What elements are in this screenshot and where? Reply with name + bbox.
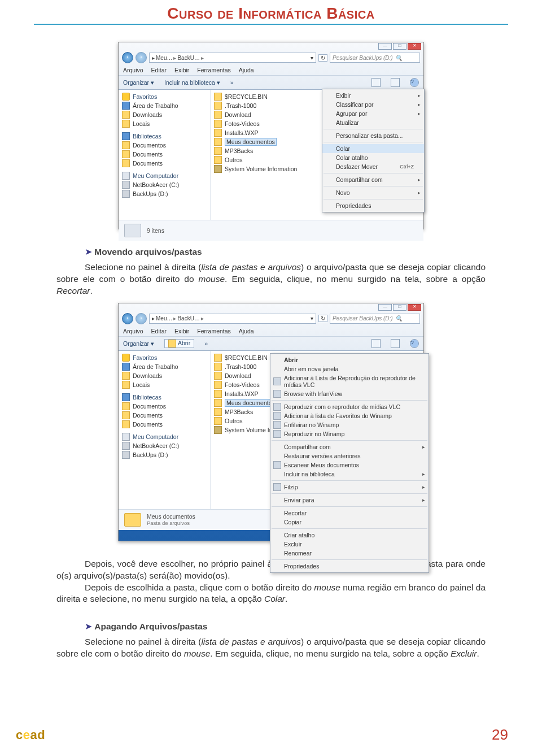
context-menu[interactable]: AbrirAbrir em nova janelaAdicionar à Lis… [270, 353, 429, 573]
context-menu-item[interactable]: Reproduzir no Winamp [270, 429, 429, 438]
context-menu-item[interactable]: Reproduzir com o reprodutor de mídias VL… [270, 402, 429, 411]
sidebar-item[interactable]: Documents [133, 151, 163, 158]
forward-button[interactable]: › [136, 52, 147, 63]
open-button[interactable]: Abrir [164, 339, 194, 348]
context-menu-item[interactable]: Agrupar por [322, 109, 424, 118]
search-input[interactable]: Pesquisar BackUps (D:)🔍 [330, 314, 420, 324]
file-item[interactable]: Installs.WXP [225, 129, 259, 136]
context-menu-item[interactable]: Exibir [322, 91, 424, 100]
menu-editar[interactable]: Editar [151, 328, 167, 334]
file-item[interactable]: System Volume In [225, 427, 273, 433]
file-item-selected[interactable]: Meus documentos [225, 138, 277, 146]
sidebar-item[interactable]: NetBookAcer (C:) [133, 181, 179, 188]
sidebar-libraries-hdr[interactable]: Bibliotecas [133, 133, 161, 140]
sidebar-item[interactable]: Documentos [133, 142, 166, 149]
minimize-button[interactable]: — [378, 304, 392, 311]
menu-ferramentas[interactable]: Ferramentas [197, 67, 231, 73]
file-item-selected[interactable]: Meus documento [225, 399, 274, 407]
sidebar-item[interactable]: Documentos [133, 403, 166, 410]
view-icon[interactable] [371, 78, 381, 87]
breadcrumb[interactable]: ▸ Meu… ▸ BackU… ▸ ▾ [149, 53, 316, 63]
maximize-button[interactable]: □ [393, 304, 406, 311]
context-menu-item[interactable]: Escanear Meus documentos [270, 460, 429, 470]
menu-ferramentas[interactable]: Ferramentas [197, 328, 231, 334]
sidebar-favorites-hdr[interactable]: Favoritos [133, 93, 157, 100]
context-menu-item[interactable]: Propriedades [322, 201, 424, 210]
preview-pane-icon[interactable] [391, 78, 400, 87]
context-menu-item[interactable]: Compartilhar com [270, 442, 429, 451]
dropdown-icon[interactable]: ▾ [311, 55, 313, 61]
context-menu-item[interactable]: Atualizar [322, 118, 424, 127]
sidebar-item[interactable]: Locais [133, 381, 150, 388]
file-item[interactable]: Download [225, 372, 251, 379]
file-item[interactable]: Fotos-Videos [225, 381, 260, 388]
context-menu-item[interactable]: Browse with IrfanView [270, 389, 429, 398]
context-menu-item[interactable]: Enfileirar no Winamp [270, 420, 429, 429]
file-item[interactable]: Installs.WXP [225, 390, 259, 397]
search-input[interactable]: Pesquisar BackUps (D:) 🔍 [330, 53, 420, 63]
context-menu[interactable]: ExibirClassificar porAgrupar porAtualiza… [322, 89, 425, 212]
preview-pane-icon[interactable] [391, 339, 400, 348]
sidebar-item[interactable]: Downloads [133, 372, 162, 379]
file-item[interactable]: Outros [225, 157, 243, 163]
include-library-button[interactable]: Incluir na biblioteca ▾ [164, 79, 220, 86]
refresh-button[interactable]: ↻ [318, 315, 327, 322]
file-item[interactable]: MP3Backs [225, 409, 253, 415]
context-menu-item[interactable]: Incluir na biblioteca [270, 470, 429, 479]
context-menu-item[interactable]: Abrir em nova janela [270, 364, 429, 373]
context-menu-item[interactable]: Filzip [270, 483, 429, 492]
menu-exibir[interactable]: Exibir [174, 328, 189, 334]
file-item[interactable]: Download [225, 111, 251, 118]
file-item[interactable]: .Trash-1000 [225, 102, 256, 109]
menu-arquivo[interactable]: Arquivo [123, 67, 143, 73]
menu-exibir[interactable]: Exibir [174, 67, 189, 73]
context-menu-item[interactable]: Propriedades [270, 562, 429, 571]
organize-button[interactable]: Organizar ▾ [123, 340, 154, 347]
file-item[interactable]: System Volume Information [225, 166, 297, 172]
menu-ajuda[interactable]: Ajuda [239, 67, 254, 73]
file-item[interactable]: $RECYCLE.BIN [225, 93, 268, 100]
menu-arquivo[interactable]: Arquivo [123, 328, 143, 334]
sidebar-item[interactable]: Área de Trabalho [133, 102, 178, 109]
context-menu-item[interactable]: Personalizar esta pasta... [322, 131, 424, 140]
context-menu-item[interactable]: Copiar [270, 518, 429, 527]
sidebar-item[interactable]: Downloads [133, 111, 162, 118]
context-menu-item[interactable]: Abrir [270, 355, 429, 364]
sidebar-item[interactable]: Documents [133, 160, 163, 167]
file-item[interactable]: Fotos-Videos [225, 120, 260, 127]
forward-button[interactable]: › [136, 313, 147, 324]
more-button[interactable]: » [230, 79, 234, 86]
menu-editar[interactable]: Editar [151, 67, 167, 73]
context-menu-item[interactable]: Desfazer MoverCtrl+Z [322, 162, 424, 171]
back-button[interactable]: ‹ [122, 313, 133, 324]
organize-button[interactable]: Organizar ▾ [123, 79, 154, 86]
help-icon[interactable]: ? [410, 339, 419, 348]
sidebar-computer-hdr[interactable]: Meu Computador [133, 172, 178, 179]
file-item[interactable]: .Trash-1000 [225, 363, 256, 370]
context-menu-item[interactable]: Enviar para [270, 496, 429, 505]
maximize-button[interactable]: □ [393, 43, 406, 50]
sidebar-item[interactable]: NetBookAcer (C:) [133, 442, 179, 449]
context-menu-item[interactable]: Adicionar à lista de Favoritos do Winamp [270, 411, 429, 420]
minimize-button[interactable]: — [378, 43, 392, 50]
sidebar-item[interactable]: Documents [133, 421, 163, 428]
back-button[interactable]: ‹ [122, 52, 133, 63]
sidebar-favorites-hdr[interactable]: Favoritos [133, 354, 157, 361]
breadcrumb[interactable]: ▸ Meu…▸ BackU…▸ ▾ [149, 314, 316, 324]
context-menu-item[interactable]: Colar atalho [322, 153, 424, 162]
close-button[interactable]: ✕ [408, 304, 421, 311]
sidebar-item[interactable]: BackUps (D:) [133, 451, 168, 458]
sidebar-libraries-hdr[interactable]: Bibliotecas [133, 394, 161, 401]
file-item[interactable]: Outros [225, 418, 243, 424]
close-button[interactable]: ✕ [408, 43, 421, 50]
more-button[interactable]: » [204, 340, 208, 347]
context-menu-item[interactable]: Renomear [270, 549, 429, 558]
context-menu-item[interactable]: Compartilhar com [322, 175, 424, 184]
context-menu-item[interactable]: Excluir [270, 540, 429, 549]
file-item[interactable]: MP3Backs [225, 147, 253, 154]
context-menu-item[interactable]: Novo [322, 188, 424, 197]
sidebar-item[interactable]: Documents [133, 412, 163, 419]
context-menu-item[interactable]: Recortar [270, 509, 429, 518]
menu-ajuda[interactable]: Ajuda [239, 328, 254, 334]
refresh-button[interactable]: ↻ [318, 54, 327, 62]
